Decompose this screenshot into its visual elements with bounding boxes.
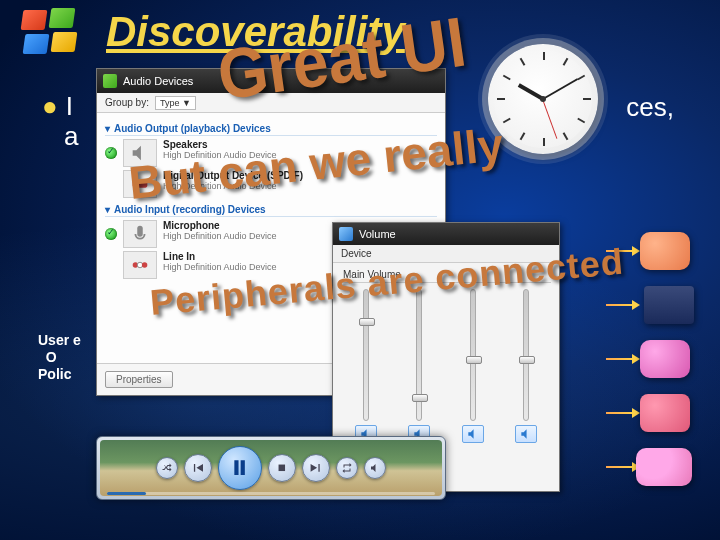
stop-button[interactable]: [268, 454, 296, 482]
window-title: Audio Devices: [123, 75, 193, 87]
mute-button[interactable]: [462, 425, 484, 443]
windows-logo-icon: [22, 8, 80, 66]
properties-button[interactable]: Properties: [105, 371, 173, 388]
speakers-peripheral-icon: [640, 394, 690, 432]
svg-rect-5: [279, 465, 285, 471]
default-check-icon: [105, 147, 117, 159]
repeat-button[interactable]: [336, 457, 358, 479]
amplifier-icon: [644, 286, 694, 324]
window-titlebar[interactable]: Volume: [333, 223, 559, 245]
microphone-peripheral-icon: [640, 340, 690, 378]
mute-button[interactable]: [515, 425, 537, 443]
svg-point-4: [142, 262, 148, 268]
prev-button[interactable]: [184, 454, 212, 482]
window-title: Volume: [359, 228, 396, 240]
arrow-icon: [606, 466, 634, 468]
headset-icon: [640, 232, 690, 270]
headphones-icon: [636, 448, 692, 486]
slide-side-label: User e O Polic: [38, 332, 81, 382]
svg-rect-1: [137, 226, 143, 237]
audio-devices-icon: [103, 74, 117, 88]
arrow-icon: [606, 412, 634, 414]
next-button[interactable]: [302, 454, 330, 482]
volume-slider[interactable]: [355, 289, 377, 451]
group-by-label: Group by:: [105, 97, 149, 108]
volume-slider[interactable]: [408, 289, 430, 451]
slide-body-text: ●I a: [42, 92, 78, 152]
default-check-icon: [105, 228, 117, 240]
volume-icon: [339, 227, 353, 241]
media-player-bar[interactable]: [96, 436, 446, 500]
slide-body-fragment: ces,: [626, 92, 674, 123]
line-in-icon: [123, 251, 157, 279]
minute-hand: [543, 78, 579, 100]
clock-gadget[interactable]: [488, 44, 598, 154]
play-pause-button[interactable]: [218, 446, 262, 490]
clock-face: [494, 50, 592, 148]
second-hand: [542, 99, 557, 139]
arrow-icon: [606, 358, 634, 360]
group-by-select[interactable]: Type ▼: [155, 96, 196, 110]
volume-slider[interactable]: [515, 289, 537, 451]
shuffle-button[interactable]: [156, 457, 178, 479]
seek-track[interactable]: [107, 492, 435, 495]
volume-button[interactable]: [364, 457, 386, 479]
arrow-icon: [606, 304, 634, 306]
microphone-icon: [123, 220, 157, 248]
volume-slider[interactable]: [462, 289, 484, 451]
